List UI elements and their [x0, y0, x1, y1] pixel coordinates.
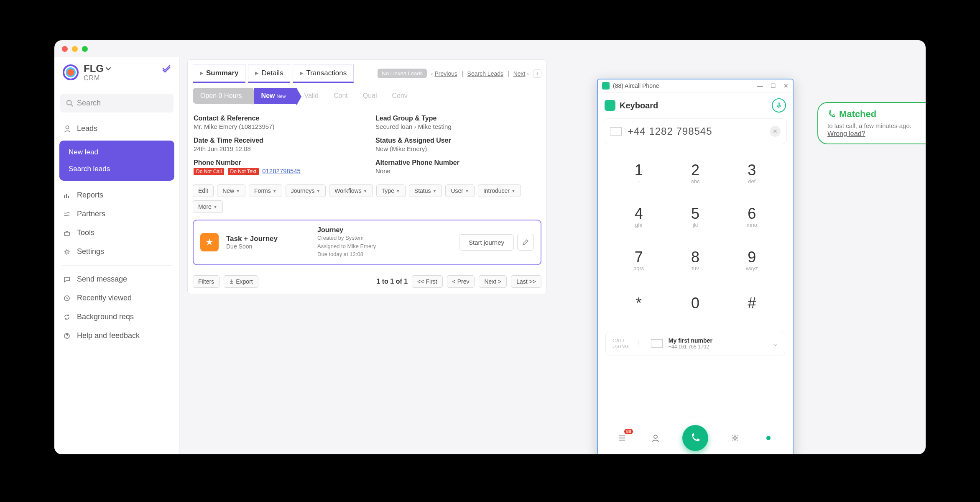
refresh-icon: [64, 314, 72, 320]
action-introducer[interactable]: Introducer▼: [478, 184, 521, 197]
matched-subtext: to last call, a few minutes ago.: [827, 121, 918, 130]
status-qual[interactable]: Qual: [355, 88, 385, 104]
plus-button[interactable]: +: [533, 69, 541, 78]
checkmark-icon[interactable]: [162, 65, 171, 74]
sidebar-item-leads[interactable]: Leads: [54, 119, 179, 138]
pager-next[interactable]: Next >: [479, 275, 507, 288]
link-search-leads[interactable]: Search Leads: [467, 70, 503, 77]
pager-last[interactable]: Last >>: [511, 275, 541, 288]
pager-row: Filters Export 1 to 1 of 1 << First < Pr…: [188, 271, 546, 294]
call-button[interactable]: [682, 425, 708, 451]
maximize-window-icon[interactable]: [82, 46, 88, 52]
dialpad-key-4[interactable]: 4ghi: [610, 195, 667, 238]
chevron-down-icon: [105, 66, 111, 72]
maximize-icon[interactable]: ☐: [771, 82, 776, 89]
action-status[interactable]: Status▼: [409, 184, 442, 197]
dialpad-key-*[interactable]: *: [610, 282, 667, 325]
lead-actions-row: Edit New▼ Forms▼ Journeys▼ Workflows▼ Ty…: [188, 183, 546, 218]
export-button[interactable]: Export: [224, 275, 258, 288]
status-open[interactable]: Open 0 Hours: [193, 88, 253, 104]
pager-prev[interactable]: < Prev: [447, 275, 475, 288]
pager-first[interactable]: << First: [412, 275, 442, 288]
journey-due: Due Soon: [226, 243, 310, 250]
call-using-label: CALLUSING: [612, 338, 629, 350]
action-user[interactable]: User▼: [445, 184, 474, 197]
close-window-icon[interactable]: [62, 46, 68, 52]
action-type[interactable]: Type▼: [376, 184, 406, 197]
gear-icon: [64, 248, 72, 255]
no-linked-leads-pill: No Linked Leads: [378, 69, 427, 78]
brand-logo-icon: [63, 64, 79, 80]
search-input[interactable]: Search: [60, 94, 174, 113]
activity-tab[interactable]: 88: [615, 431, 629, 445]
wrong-lead-link[interactable]: Wrong lead?: [827, 130, 865, 137]
start-journey-button[interactable]: Start journey: [459, 234, 514, 251]
svg-rect-7: [778, 103, 780, 106]
dialpad-key-7[interactable]: 7pqrs: [610, 238, 667, 282]
dialpad-key-0[interactable]: 0: [667, 282, 723, 325]
dialpad-key-1[interactable]: 1-: [610, 151, 667, 195]
sidebar-item-settings[interactable]: Settings: [54, 242, 179, 261]
svg-point-0: [67, 100, 71, 105]
sidebar-item-reports[interactable]: Reports: [54, 186, 179, 205]
aircall-app-icon: [602, 82, 610, 90]
dialpad-key-#[interactable]: #: [724, 282, 780, 325]
sidebar-item-label: Partners: [77, 210, 105, 218]
phone-link[interactable]: 01282798545: [262, 167, 301, 174]
sidebar-item-recent[interactable]: Recently viewed: [54, 289, 179, 307]
dial-number-value: +44 1282 798545: [628, 126, 764, 137]
action-new[interactable]: New▼: [217, 184, 245, 197]
status-new[interactable]: NewNew: [254, 88, 297, 104]
sidebar-sub-new-lead[interactable]: New lead: [59, 144, 174, 161]
sidebar-item-partners[interactable]: Partners: [54, 205, 179, 223]
dialpad-key-5[interactable]: 5jkl: [667, 195, 723, 238]
minimize-icon[interactable]: —: [757, 82, 763, 89]
status-indicator[interactable]: [762, 431, 775, 445]
person-icon: [64, 125, 72, 133]
flag-uk-icon: [610, 127, 622, 136]
brand-name[interactable]: FLG: [84, 63, 111, 74]
dialpad-key-8[interactable]: 8tuv: [667, 238, 723, 282]
link-next[interactable]: Next: [513, 70, 526, 77]
link-previous[interactable]: Previous: [434, 70, 457, 77]
filters-button[interactable]: Filters: [193, 275, 219, 288]
journey-heading: Journey: [317, 226, 452, 234]
settings-tab[interactable]: [728, 431, 742, 445]
dialpad-key-2[interactable]: 2abc: [667, 151, 723, 195]
action-journeys[interactable]: Journeys▼: [286, 184, 326, 197]
tab-transactions[interactable]: ▸Transactions: [293, 64, 354, 83]
action-more[interactable]: More▼: [193, 200, 223, 213]
svg-rect-2: [64, 232, 69, 236]
status-conv[interactable]: Conv: [385, 88, 415, 104]
action-workflows[interactable]: Workflows▼: [329, 184, 373, 197]
minimize-window-icon[interactable]: [72, 46, 78, 52]
call-using-selector[interactable]: CALLUSING ⋮ My first number +44 161 768 …: [605, 331, 785, 356]
sidebar-item-background-reqs[interactable]: Background reqs: [54, 307, 179, 326]
download-icon: [229, 279, 234, 284]
sidebar-sub-search-leads[interactable]: Search leads: [59, 161, 174, 177]
dialpad-key-3[interactable]: 3def: [724, 151, 780, 195]
action-forms[interactable]: Forms▼: [249, 184, 282, 197]
status-valid[interactable]: Valid: [297, 88, 326, 104]
mic-button[interactable]: [772, 98, 786, 113]
clear-number-button[interactable]: ✕: [770, 126, 781, 137]
sidebar-item-send-message[interactable]: Send message: [54, 270, 179, 289]
sidebar-item-tools[interactable]: Tools: [54, 223, 179, 242]
contacts-tab[interactable]: [649, 431, 662, 445]
field-date-received: Date & Time Received 24th Jun 2019 12:08: [194, 133, 359, 156]
tab-details[interactable]: ▸Details: [248, 64, 290, 83]
edit-journey-button[interactable]: [517, 234, 534, 251]
sidebar-item-help[interactable]: Help and feedback: [54, 326, 179, 345]
tab-summary[interactable]: ▸Summary: [193, 64, 245, 83]
sidebar-item-label: Background reqs: [77, 312, 134, 321]
close-icon[interactable]: ✕: [783, 82, 789, 89]
dial-number-field[interactable]: +44 1282 798545 ✕: [604, 118, 787, 144]
dialpad-key-6[interactable]: 6mno: [724, 195, 780, 238]
status-cont[interactable]: Cont: [326, 88, 355, 104]
sidebar-item-label: Help and feedback: [77, 331, 140, 340]
brand: FLG CRM: [54, 59, 179, 90]
sidebar-item-label: Reports: [77, 191, 103, 200]
dialpad-key-9[interactable]: 9wxyz: [724, 238, 780, 282]
field-group-type: Lead Group & Type Secured loan › Mike te…: [375, 111, 541, 133]
action-edit[interactable]: Edit: [193, 184, 214, 197]
